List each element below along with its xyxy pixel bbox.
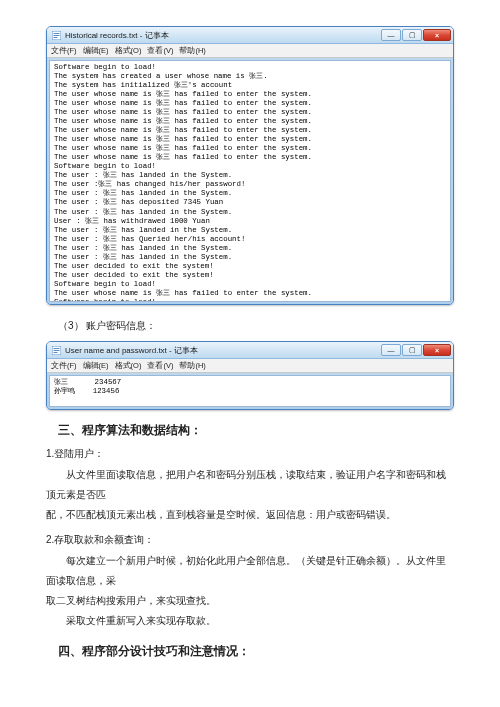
content-wrap: Software begin to load! The system has c…: [47, 58, 453, 304]
close-button[interactable]: ×: [423, 29, 451, 41]
svg-rect-1: [54, 33, 60, 34]
content-wrap: 张三 234567 孙宇鸣 123456: [47, 373, 453, 409]
item-2-line3: 采取文件重新写入来实现存取款。: [46, 611, 454, 631]
menu-help[interactable]: 帮助(H): [179, 46, 205, 56]
notepad-text-area[interactable]: Software begin to load! The system has c…: [49, 60, 451, 302]
maximize-button[interactable]: ▢: [402, 29, 422, 41]
subcaption-3: （3） 账户密码信息：: [58, 319, 454, 333]
item-2-line1: 每次建立一个新用户时候，初始化此用户全部信息。（关键是针正确余额）。从文件里面读…: [46, 551, 454, 591]
svg-rect-6: [54, 350, 60, 351]
minimize-button[interactable]: —: [381, 344, 401, 356]
item-1-line1: 从文件里面读取信息，把用户名和密码分别压栈，读取结束，验证用户名字和密码和栈顶元…: [46, 465, 454, 505]
menu-format[interactable]: 格式(O): [115, 46, 142, 56]
section-4-heading: 四、程序部分设计技巧和注意情况：: [58, 643, 454, 660]
section-3-heading: 三、程序算法和数据结构：: [58, 422, 454, 439]
notepad-icon: [52, 31, 61, 40]
svg-rect-3: [54, 37, 58, 38]
menu-file[interactable]: 文件(F): [51, 46, 77, 56]
menubar: 文件(F) 编辑(E) 格式(O) 查看(V) 帮助(H): [47, 44, 453, 58]
svg-rect-5: [54, 348, 60, 349]
window-title: User name and password.txt - 记事本: [65, 345, 380, 356]
item-2-heading: 2.存取取款和余额査询：: [46, 533, 454, 547]
menu-edit[interactable]: 编辑(E): [83, 361, 109, 371]
item-1-heading: 1.登陆用户：: [46, 447, 454, 461]
svg-rect-7: [54, 352, 58, 353]
notepad-window-historical: Historical records.txt - 记事本 — ▢ × 文件(F)…: [46, 26, 454, 305]
menu-view[interactable]: 查看(V): [147, 361, 173, 371]
titlebar[interactable]: Historical records.txt - 记事本 — ▢ ×: [47, 27, 453, 44]
item-1-line2: 配，不匹配栈顶元素出栈，直到栈容量是空时候。返回信息：用户或密码错误。: [46, 505, 454, 525]
menu-edit[interactable]: 编辑(E): [83, 46, 109, 56]
menu-view[interactable]: 查看(V): [147, 46, 173, 56]
menu-help[interactable]: 帮助(H): [179, 361, 205, 371]
notepad-text-area[interactable]: 张三 234567 孙宇鸣 123456: [49, 375, 451, 407]
minimize-button[interactable]: —: [381, 29, 401, 41]
menu-format[interactable]: 格式(O): [115, 361, 142, 371]
item-2-line2: 取二叉树结构搜索用户，来实现查找。: [46, 591, 454, 611]
menu-file[interactable]: 文件(F): [51, 361, 77, 371]
titlebar[interactable]: User name and password.txt - 记事本 — ▢ ×: [47, 342, 453, 359]
window-controls: — ▢ ×: [380, 344, 451, 356]
window-title: Historical records.txt - 记事本: [65, 30, 380, 41]
maximize-button[interactable]: ▢: [402, 344, 422, 356]
notepad-window-password: User name and password.txt - 记事本 — ▢ × 文…: [46, 341, 454, 410]
window-controls: — ▢ ×: [380, 29, 451, 41]
menubar: 文件(F) 编辑(E) 格式(O) 查看(V) 帮助(H): [47, 359, 453, 373]
notepad-icon: [52, 346, 61, 355]
svg-rect-2: [54, 35, 60, 36]
close-button[interactable]: ×: [423, 344, 451, 356]
